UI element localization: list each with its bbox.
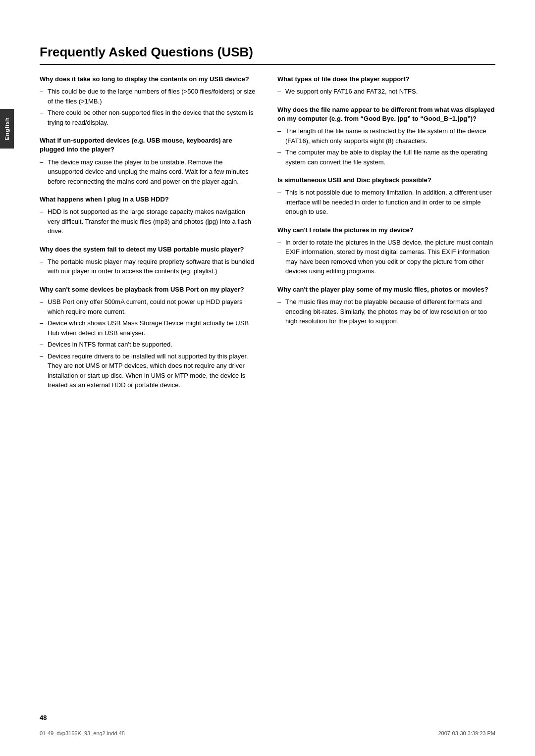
faq-answer-item: We support only FAT16 and FAT32, not NTF… <box>277 87 495 97</box>
faq-answer-item: The portable music player may require pr… <box>40 257 258 276</box>
faq-answer-item: In order to rotate the pictures in the U… <box>277 238 495 276</box>
faq-section-q4: Why does the system fail to detect my US… <box>40 245 258 276</box>
faq-answer-item: Device which shows USB Mass Storage Devi… <box>40 318 258 338</box>
faq-section-q1: Why does it take so long to display the … <box>40 75 258 127</box>
faq-answer-q5: USB Port only offer 500mA current, could… <box>40 297 258 390</box>
faq-answer-q9: In order to rotate the pictures in the U… <box>277 238 495 276</box>
faq-answer-q6: We support only FAT16 and FAT32, not NTF… <box>277 87 495 97</box>
faq-answer-q10: The music files may not be playable beca… <box>277 297 495 326</box>
faq-section-q8: Is simultaneous USB and Disc playback po… <box>277 176 495 217</box>
faq-answer-item: HDD is not supported as the large storag… <box>40 207 258 236</box>
faq-section-q5: Why can't some devices be playback from … <box>40 285 258 390</box>
faq-answer-q2: The device may cause the player to be un… <box>40 157 258 187</box>
faq-question-q2: What if un-supported devices (e.g. USB m… <box>40 136 258 154</box>
faq-answer-item: The music files may not be playable beca… <box>277 297 495 326</box>
two-column-layout: Why does it take so long to display the … <box>40 75 495 399</box>
faq-answer-q1: This could be due to the large numbers o… <box>40 87 258 127</box>
right-column: What types of file does the player suppo… <box>277 75 495 399</box>
faq-section-q10: Why can't the player play some of my mus… <box>277 285 495 326</box>
page-number: 48 <box>40 714 47 721</box>
faq-answer-q8: This is not possible due to memory limit… <box>277 188 495 217</box>
faq-question-q3: What happens when I plug in a USB HDD? <box>40 195 258 204</box>
faq-answer-item: Devices in NTFS format can't be supporte… <box>40 340 258 350</box>
faq-answer-item: The computer may be able to display the … <box>277 148 495 167</box>
faq-section-q9: Why can't I rotate the pictures in my de… <box>277 226 495 276</box>
faq-section-q3: What happens when I plug in a USB HDD?HD… <box>40 195 258 236</box>
faq-answer-item: There could be other non-supported files… <box>40 108 258 127</box>
faq-answer-q3: HDD is not supported as the large storag… <box>40 207 258 236</box>
main-content: Frequently Asked Questions (USB) Why doe… <box>40 30 495 399</box>
page-title: Frequently Asked Questions (USB) <box>40 45 495 65</box>
faq-question-q10: Why can't the player play some of my mus… <box>277 285 495 294</box>
faq-question-q9: Why can't I rotate the pictures in my de… <box>277 226 495 235</box>
footer-filename: 01-49_dvp3166K_93_eng2.indd 48 <box>40 730 125 736</box>
left-column: Why does it take so long to display the … <box>40 75 258 399</box>
faq-question-q7: Why does the file name appear to be diff… <box>277 105 495 123</box>
faq-answer-item: The length of the file name is restricte… <box>277 126 495 146</box>
footer: 01-49_dvp3166K_93_eng2.indd 48 2007-03-3… <box>40 730 495 736</box>
language-side-tab: English <box>0 109 14 149</box>
faq-question-q6: What types of file does the player suppo… <box>277 75 495 84</box>
language-tab-label: English <box>4 117 10 141</box>
faq-answer-item: USB Port only offer 500mA current, could… <box>40 297 258 316</box>
faq-answer-item: The device may cause the player to be un… <box>40 157 258 187</box>
faq-question-q5: Why can't some devices be playback from … <box>40 285 258 294</box>
page-container: English Frequently Asked Questions (USB)… <box>0 0 535 756</box>
faq-section-q2: What if un-supported devices (e.g. USB m… <box>40 136 258 186</box>
footer-timestamp: 2007-03-30 3:39:23 PM <box>438 730 495 736</box>
faq-question-q4: Why does the system fail to detect my US… <box>40 245 258 254</box>
faq-answer-item: This is not possible due to memory limit… <box>277 188 495 217</box>
faq-answer-item: Devices require drivers to be installed … <box>40 352 258 390</box>
faq-section-q6: What types of file does the player suppo… <box>277 75 495 97</box>
faq-answer-item: This could be due to the large numbers o… <box>40 87 258 106</box>
faq-question-q8: Is simultaneous USB and Disc playback po… <box>277 176 495 185</box>
faq-section-q7: Why does the file name appear to be diff… <box>277 105 495 167</box>
faq-question-q1: Why does it take so long to display the … <box>40 75 258 84</box>
faq-answer-q4: The portable music player may require pr… <box>40 257 258 276</box>
faq-answer-q7: The length of the file name is restricte… <box>277 126 495 167</box>
